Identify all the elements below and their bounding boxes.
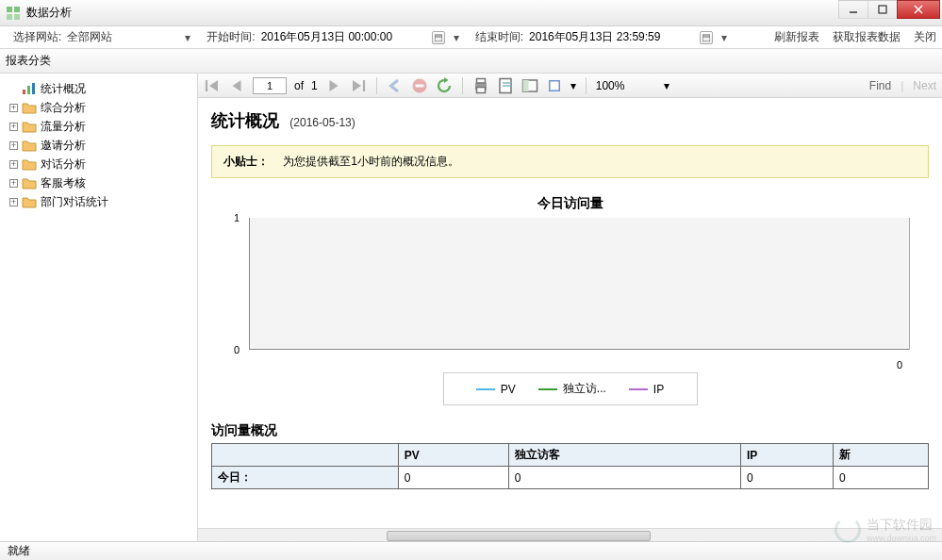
tree-item-label: 统计概况 [41,81,86,97]
page-setup-icon[interactable] [521,77,538,94]
sidebar: 统计概况+综合分析+流量分析+邀请分析+对话分析+客服考核+部门对话统计 [0,74,198,543]
svg-rect-25 [476,78,485,83]
separator [462,77,463,94]
svg-rect-14 [32,83,35,94]
svg-rect-33 [550,81,558,90]
svg-rect-12 [23,90,25,94]
table-cell: 0 [398,467,508,489]
folder-icon [22,120,37,133]
fetch-report-link[interactable]: 获取报表数据 [833,29,901,45]
end-label: 结束时间: [475,29,523,45]
zoom-combo[interactable]: ▾ [596,79,669,92]
find-next-link[interactable]: Next [913,79,936,92]
chevron-down-icon[interactable]: ▾ [570,79,576,92]
minimize-button[interactable] [838,0,868,19]
legend-swatch [538,388,557,390]
app-icon [6,6,21,21]
start-time-input[interactable] [261,31,426,44]
print-layout-icon[interactable] [497,77,514,94]
refresh-icon[interactable] [436,77,453,94]
expander-icon [9,85,18,93]
calendar-icon[interactable] [700,31,713,44]
table-header-cell [212,444,399,467]
folder-icon [22,157,37,171]
next-page-icon[interactable] [325,77,342,94]
table-title: 访问量概况 [211,422,929,439]
tree-item[interactable]: 统计概况 [4,79,193,98]
chevron-down-icon[interactable]: ▾ [451,32,462,43]
expander-icon[interactable]: + [9,104,18,112]
table-cell: 0 [508,467,740,489]
export-icon[interactable] [546,77,563,94]
legend-label: IP [653,383,664,396]
tree-item[interactable]: +综合分析 [4,98,193,117]
print-icon[interactable] [472,77,489,94]
row-label-cell: 今日： [212,467,399,489]
start-label: 开始时间: [207,29,255,45]
tree-item[interactable]: +对话分析 [4,155,193,173]
refresh-report-link[interactable]: 刷新报表 [774,29,819,45]
prev-page-icon[interactable] [228,77,245,94]
svg-rect-5 [879,6,886,13]
page-total: 1 [311,79,318,92]
tip-box: 小贴士： 为您提供截至1小时前的概况信息。 [211,145,929,178]
site-combo[interactable]: 全部网站 ▾ [67,29,193,45]
page-of-label: of [294,79,304,92]
tree-item[interactable]: +客服考核 [4,173,193,192]
chevron-down-icon: ▾ [664,79,669,92]
table-row: 今日：0000 [212,467,929,489]
last-page-icon[interactable] [350,77,367,94]
tree-item[interactable]: +部门对话统计 [4,192,193,211]
table-header-cell: 独立访客 [508,444,740,467]
find-link[interactable]: Find [869,79,891,92]
calendar-icon[interactable] [432,31,445,44]
legend-label: PV [501,383,516,396]
expander-icon[interactable]: + [9,123,18,131]
expander-icon[interactable]: + [9,179,18,188]
page-input[interactable] [253,77,287,94]
expander-icon[interactable]: + [9,198,18,206]
chart-legend: PV独立访...IP [443,372,698,405]
tree-item-label: 流量分析 [41,119,86,135]
tree-item-label: 客服考核 [41,175,86,191]
report-body: 统计概况 (2016-05-13) 小贴士： 为您提供截至1小时前的概况信息。 … [198,98,942,528]
first-page-icon[interactable] [204,77,221,94]
svg-rect-10 [702,35,710,41]
folder-icon [22,101,37,114]
close-link[interactable]: 关闭 [914,29,936,45]
svg-marker-23 [444,77,449,83]
legend-item: PV [476,381,516,397]
table-cell: 0 [740,467,833,489]
svg-rect-13 [27,86,30,94]
expander-icon[interactable]: + [9,141,18,150]
chevron-down-icon: ▾ [182,32,193,43]
expander-icon[interactable]: + [9,160,18,169]
maximize-button[interactable] [868,0,898,19]
titlebar: 数据分析 [0,0,942,26]
y-tick-1: 1 [234,212,240,223]
table-header-cell: 新 [834,444,929,467]
svg-rect-26 [476,87,485,92]
table-cell: 0 [834,467,929,489]
tree-item[interactable]: +流量分析 [4,117,193,136]
status-text: 就绪 [8,543,30,559]
tree-item-label: 部门对话统计 [41,194,108,210]
zoom-input[interactable] [596,79,662,92]
chart-plot-area [249,218,910,350]
back-icon[interactable] [387,77,404,94]
tree-header: 报表分类 [0,49,942,74]
tree-item-label: 综合分析 [41,100,86,116]
scrollbar-thumb[interactable] [387,531,651,541]
chevron-down-icon[interactable]: ▾ [719,32,730,43]
end-time-input[interactable] [529,31,694,44]
separator: | [901,79,903,92]
close-button[interactable] [897,0,940,19]
chart-title: 今日访问量 [211,195,929,212]
tree-item[interactable]: +邀请分析 [4,136,193,155]
stop-icon[interactable] [411,77,428,94]
report-date: (2016-05-13) [289,116,355,129]
legend-item: IP [629,381,664,397]
svg-rect-3 [14,14,20,20]
svg-marker-16 [209,80,218,91]
svg-rect-0 [7,7,12,12]
